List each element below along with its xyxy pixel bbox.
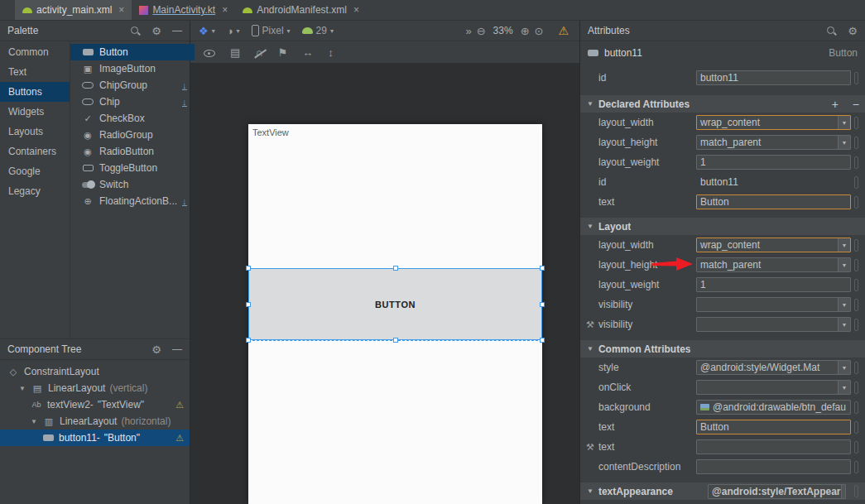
palette-category-common[interactable]: Common bbox=[0, 42, 70, 62]
vertical-arrows-icon[interactable]: ↕ bbox=[328, 47, 334, 58]
dropdown-arrow-icon[interactable]: ▼ bbox=[838, 318, 850, 331]
resource-picker-button[interactable] bbox=[854, 176, 858, 189]
palette-component-button[interactable]: Button bbox=[70, 44, 195, 60]
autoconnect-off-icon[interactable]: ∩ bbox=[255, 47, 262, 58]
palette-category-containers[interactable]: Containers bbox=[0, 142, 70, 161]
download-icon[interactable]: ↓ bbox=[182, 197, 187, 206]
attr-value-field[interactable]: ▼ bbox=[696, 297, 851, 312]
zoom-out-icon[interactable]: ⊖ bbox=[477, 26, 486, 36]
attr-value-field[interactable]: Button bbox=[696, 194, 851, 209]
selection-handle[interactable] bbox=[246, 302, 251, 307]
zoom-to-fit-icon[interactable]: ⊙ bbox=[535, 26, 544, 36]
resource-picker-button[interactable] bbox=[854, 461, 858, 473]
selection-handle[interactable] bbox=[246, 266, 251, 271]
close-icon[interactable]: × bbox=[118, 4, 124, 16]
palette-component-switch[interactable]: Switch bbox=[70, 176, 195, 193]
resource-picker-button[interactable] bbox=[854, 239, 858, 252]
view-options-icon[interactable] bbox=[203, 46, 215, 58]
attr-value-field[interactable]: @android:drawable/btn_defau bbox=[696, 400, 851, 415]
minimize-icon[interactable]: — bbox=[172, 26, 182, 36]
warning-icon[interactable]: ⚠ bbox=[558, 24, 569, 37]
attr-value-field[interactable]: wrap_content▼ bbox=[696, 238, 851, 252]
close-icon[interactable]: × bbox=[353, 4, 359, 16]
tree-item-button11[interactable]: button11-"Button"⚠ bbox=[0, 430, 190, 446]
design-surface-selector[interactable]: ❖ ▾ bbox=[199, 26, 215, 36]
palette-component-chip[interactable]: Chip↓ bbox=[70, 94, 195, 110]
design-canvas[interactable]: TextView BUTTON bbox=[190, 63, 579, 504]
resource-picker-button[interactable] bbox=[854, 156, 858, 169]
resource-picker-button[interactable] bbox=[854, 259, 858, 271]
tab-androidmanifest-xml[interactable]: AndroidManifest.xml× bbox=[235, 0, 367, 20]
attr-value-field[interactable]: button11 bbox=[696, 175, 851, 190]
zoom-in-icon[interactable]: ⊕ bbox=[521, 26, 530, 36]
attr-value-field[interactable] bbox=[696, 459, 851, 474]
palette-category-buttons[interactable]: Buttons bbox=[0, 82, 70, 102]
section-header-declared-attributes[interactable]: ▼Declared Attributes+− bbox=[580, 95, 865, 113]
dropdown-arrow-icon[interactable]: ▼ bbox=[838, 238, 850, 252]
dropdown-arrow-icon[interactable]: ▼ bbox=[838, 116, 850, 129]
resource-picker-button[interactable] bbox=[854, 421, 858, 434]
palette-component-checkbox[interactable]: ✓CheckBox bbox=[70, 110, 195, 127]
search-icon[interactable] bbox=[130, 26, 141, 36]
resource-picker-button[interactable] bbox=[854, 137, 858, 149]
palette-category-widgets[interactable]: Widgets bbox=[0, 102, 70, 122]
dropdown-arrow-icon[interactable]: ▼ bbox=[841, 485, 846, 498]
add-attribute-icon[interactable]: + bbox=[832, 98, 839, 111]
attr-value-field[interactable]: ▼ bbox=[696, 317, 851, 332]
resource-picker-button[interactable] bbox=[854, 196, 858, 209]
resource-picker-button[interactable] bbox=[854, 72, 858, 84]
palette-category-text[interactable]: Text bbox=[0, 62, 70, 82]
section-header-common-attributes[interactable]: ▼Common Attributes bbox=[580, 340, 865, 358]
canvas-textview[interactable]: TextView bbox=[252, 127, 289, 137]
palette-category-legacy[interactable]: Legacy bbox=[0, 181, 70, 201]
resource-picker-button[interactable] bbox=[854, 299, 858, 311]
dropdown-arrow-icon[interactable]: ▼ bbox=[838, 381, 850, 394]
dropdown-arrow-icon[interactable]: ▼ bbox=[838, 298, 850, 311]
tab-activity-main-xml[interactable]: activity_main.xml× bbox=[15, 0, 132, 20]
selection-handle[interactable] bbox=[393, 338, 398, 343]
dropdown-arrow-icon[interactable]: ▼ bbox=[838, 136, 850, 149]
device-selector[interactable]: Pixel ▾ bbox=[252, 25, 291, 36]
attr-value-field[interactable]: wrap_content▼ bbox=[696, 115, 851, 130]
attr-value-field[interactable]: @android:style/Widget.Mat▼ bbox=[696, 360, 851, 375]
remove-attribute-icon[interactable]: − bbox=[853, 98, 859, 111]
download-icon[interactable]: ↓ bbox=[182, 81, 187, 90]
attr-value-field[interactable]: Button bbox=[696, 420, 851, 434]
dropdown-arrow-icon[interactable]: ▼ bbox=[838, 361, 850, 374]
palette-component-floatingactionb[interactable]: ⊕FloatingActionB...↓ bbox=[70, 193, 195, 209]
section-header-textappearance[interactable]: ▼textAppearance@android:style/TextAppear… bbox=[580, 482, 865, 500]
section-header-layout[interactable]: ▼Layout bbox=[580, 218, 865, 235]
attr-value-field[interactable]: 1 bbox=[696, 155, 851, 170]
tree-item-linearlayout[interactable]: ▼▥LinearLayout(horizontal) bbox=[0, 413, 190, 430]
zoom-level[interactable]: 33% bbox=[493, 25, 513, 36]
resource-picker-button[interactable] bbox=[854, 441, 858, 454]
palette-component-radiogroup[interactable]: ◉RadioGroup bbox=[70, 127, 195, 143]
resource-picker-button[interactable] bbox=[854, 382, 858, 394]
attr-value-field[interactable]: match_parent▼ bbox=[696, 257, 851, 272]
toolbar-overflow-icon[interactable]: » bbox=[465, 26, 471, 36]
attr-value-field[interactable]: ▼ bbox=[696, 380, 851, 395]
canvas-selected-button[interactable]: BUTTON bbox=[248, 268, 542, 340]
tree-item-constraintlayout[interactable]: ◇ConstraintLayout bbox=[0, 363, 190, 380]
palette-component-imagebutton[interactable]: ▣ImageButton bbox=[70, 60, 195, 77]
resource-picker-button[interactable] bbox=[854, 319, 858, 331]
api-selector[interactable]: 29 ▾ bbox=[302, 25, 334, 36]
search-icon[interactable] bbox=[826, 26, 837, 36]
tree-item-linearlayout[interactable]: ▼▤LinearLayout(vertical) bbox=[0, 380, 190, 396]
selection-handle[interactable] bbox=[540, 338, 545, 343]
chevron-down-icon[interactable]: ▼ bbox=[30, 418, 38, 425]
gear-icon[interactable]: ⚙ bbox=[151, 344, 161, 355]
resource-picker-button[interactable] bbox=[854, 485, 858, 497]
selection-handle[interactable] bbox=[540, 266, 545, 271]
minimize-icon[interactable]: — bbox=[172, 344, 182, 354]
attr-value-field[interactable]: 1 bbox=[696, 277, 851, 292]
palette-category-layouts[interactable]: Layouts bbox=[0, 122, 70, 142]
selection-handle[interactable] bbox=[393, 266, 398, 271]
palette-component-chipgroup[interactable]: ChipGroup↓ bbox=[70, 77, 195, 94]
palette-component-radiobutton[interactable]: ◉RadioButton bbox=[70, 143, 195, 160]
selection-handle[interactable] bbox=[246, 338, 251, 343]
palette-category-google[interactable]: Google bbox=[0, 161, 70, 181]
tab-mainactivity-kt[interactable]: MainActivity.kt× bbox=[132, 0, 235, 20]
selection-handle[interactable] bbox=[540, 302, 545, 307]
tree-item-textview2[interactable]: AbtextView2-"TextView"⚠ bbox=[0, 396, 190, 413]
